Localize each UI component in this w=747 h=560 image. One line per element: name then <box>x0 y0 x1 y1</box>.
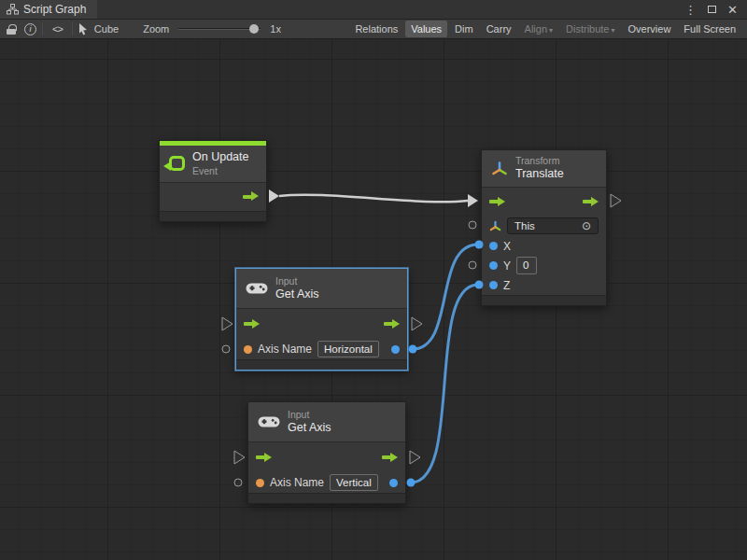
flow-row <box>236 309 407 339</box>
y-value-port[interactable] <box>489 261 498 270</box>
zoom-label: Zoom <box>143 23 169 35</box>
toolbar-buttons: Relations Values Dim Carry Align▾ Distri… <box>349 21 743 37</box>
axis-name-row: Axis Name Horizontal <box>236 339 407 359</box>
result-output-port[interactable] <box>391 345 400 354</box>
x-row: X <box>482 236 606 256</box>
node-category: Input <box>288 409 331 421</box>
dim-button[interactable]: Dim <box>449 21 479 37</box>
node-category: Transform <box>515 155 564 167</box>
overview-button[interactable]: Overview <box>623 21 677 37</box>
x-value-port[interactable] <box>489 242 498 250</box>
node-footer <box>248 493 405 503</box>
menu-icon[interactable]: ⋮ <box>681 3 700 17</box>
chevron-down-icon: ▾ <box>549 26 553 35</box>
code-icon[interactable]: <> <box>52 23 63 35</box>
flow-input-port[interactable] <box>256 453 272 463</box>
target-cursor-icon <box>78 23 89 35</box>
object-picker-icon[interactable]: ⊙ <box>582 219 591 232</box>
transform-mini-icon <box>489 220 501 232</box>
this-row: This ⊙ <box>482 216 606 236</box>
flow-output-port[interactable] <box>384 319 400 329</box>
axis-name-field[interactable]: Horizontal <box>317 341 379 358</box>
maximize-icon[interactable] <box>708 6 716 13</box>
node-get-axis-horizontal[interactable]: Input Get Axis Axis Name Horizontal <box>235 268 408 371</box>
transform-icon <box>491 161 508 177</box>
flow-row <box>248 442 405 472</box>
window-controls: ⋮ ✕ <box>681 0 747 19</box>
result-output-port[interactable] <box>389 479 398 487</box>
flow-output-port[interactable] <box>243 191 259 202</box>
gamepad-icon <box>246 282 268 295</box>
axis-name-row: Axis Name Vertical <box>248 472 405 493</box>
zoom-slider[interactable] <box>178 28 261 30</box>
node-footer <box>160 211 266 221</box>
align-dropdown[interactable]: Align▾ <box>519 21 558 37</box>
info-icon[interactable]: i <box>24 23 36 35</box>
node-footer <box>482 295 606 305</box>
y-value-field[interactable]: 0 <box>516 257 537 274</box>
values-button[interactable]: Values <box>405 21 447 37</box>
target-object-label[interactable]: Cube <box>94 23 119 35</box>
node-on-update[interactable]: On Update Event <box>159 140 267 222</box>
tab-title: Script Graph <box>23 3 86 16</box>
graph-icon <box>7 4 19 15</box>
chevron-down-icon: ▾ <box>612 26 615 35</box>
node-translate[interactable]: Transform Translate This ⊙ X Y <box>481 149 607 306</box>
flow-output-port[interactable] <box>583 197 599 207</box>
flow-output-port[interactable] <box>382 453 398 463</box>
zoom-value: 1x <box>270 23 281 35</box>
gamepad-icon <box>258 415 280 428</box>
graph-toolbar: i <> Cube Zoom 1x Relations Values Dim C… <box>0 20 747 39</box>
node-title: Get Axis <box>288 421 331 436</box>
tab-script-graph[interactable]: Script Graph <box>0 0 97 19</box>
toolbar-separator <box>72 23 73 35</box>
close-icon[interactable]: ✕ <box>724 3 741 17</box>
node-get-axis-vertical[interactable]: Input Get Axis Axis Name Vertical <box>247 401 406 504</box>
update-loop-icon <box>169 156 185 171</box>
script-graph-window: Script Graph ⋮ ✕ i <> Cube Zoom 1x Relat… <box>0 0 747 560</box>
node-title: On Update <box>192 150 248 165</box>
node-footer <box>236 359 407 370</box>
relations-button[interactable]: Relations <box>349 21 403 37</box>
zoom-slider-handle[interactable] <box>249 24 259 34</box>
node-header: Input Get Axis <box>236 269 407 309</box>
distribute-dropdown[interactable]: Distribute▾ <box>560 21 620 37</box>
node-category: Input <box>275 275 319 287</box>
flow-input-port[interactable] <box>244 319 260 329</box>
axis-name-input-port[interactable] <box>256 479 264 487</box>
flow-input-port[interactable] <box>489 197 505 207</box>
node-subtitle: Event <box>192 165 248 177</box>
node-header: Input Get Axis <box>248 402 405 442</box>
this-object-field[interactable]: This ⊙ <box>507 217 599 234</box>
y-row: Y 0 <box>482 256 606 275</box>
lock-icon[interactable] <box>7 24 16 35</box>
flow-row <box>482 188 606 216</box>
node-header: On Update Event <box>160 146 266 183</box>
z-value-port[interactable] <box>489 281 498 289</box>
title-bar: Script Graph ⋮ ✕ <box>0 0 747 20</box>
full-screen-button[interactable]: Full Screen <box>678 21 741 37</box>
z-row: Z <box>482 275 606 295</box>
carry-button[interactable]: Carry <box>481 21 517 37</box>
axis-name-input-port[interactable] <box>244 345 252 354</box>
axis-name-field[interactable]: Vertical <box>330 474 378 492</box>
toolbar-separator <box>42 23 43 35</box>
node-title: Translate <box>515 167 564 182</box>
node-header: Transform Translate <box>482 150 606 188</box>
flow-row <box>160 183 266 211</box>
node-title: Get Axis <box>275 287 319 302</box>
